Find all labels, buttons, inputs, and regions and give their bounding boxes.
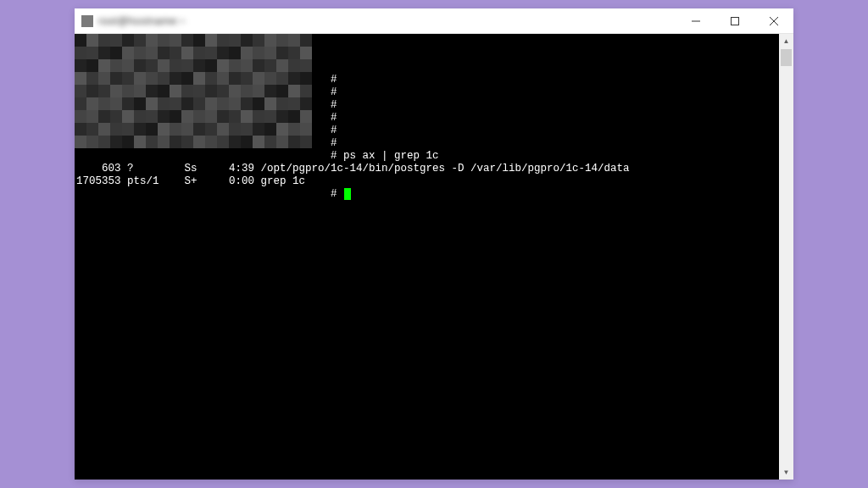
window-controls xyxy=(676,8,793,33)
window-titlebar[interactable]: root@hostname:~ xyxy=(75,8,793,34)
prompt-line: # xyxy=(75,86,779,99)
terminal-cursor xyxy=(344,188,351,200)
prompt-line: # xyxy=(75,125,779,137)
titlebar-left: root@hostname:~ xyxy=(75,15,186,27)
prompt-line: # xyxy=(75,112,779,125)
terminal-output[interactable]: # # # # # xyxy=(75,34,779,480)
app-icon xyxy=(81,15,93,27)
scroll-up-arrow[interactable]: ▲ xyxy=(779,34,793,48)
scrollbar-thumb[interactable] xyxy=(781,49,792,66)
vertical-scrollbar[interactable]: ▲ ▼ xyxy=(779,34,793,480)
svg-rect-1 xyxy=(732,17,739,25)
terminal-window: root@hostname:~ # xyxy=(75,8,793,480)
prompt-line: # xyxy=(75,99,779,112)
prompt-line: # xyxy=(75,74,779,86)
window-title: root@hostname:~ xyxy=(98,15,186,27)
cursor-line: # xyxy=(75,188,779,201)
close-button[interactable] xyxy=(754,8,793,33)
output-line: 603 ? Ss 4:39 /opt/pgpro/1c-14/bin/postg… xyxy=(75,163,779,175)
scroll-down-arrow[interactable]: ▼ xyxy=(779,465,793,480)
terminal-area: # # # # # xyxy=(75,34,793,480)
output-line: 1705353 pts/1 S+ 0:00 grep 1c xyxy=(75,175,779,188)
minimize-button[interactable] xyxy=(676,8,715,33)
command-line: # ps ax | grep 1c xyxy=(75,150,779,163)
maximize-button[interactable] xyxy=(715,8,754,33)
prompt-line: # xyxy=(75,137,779,150)
